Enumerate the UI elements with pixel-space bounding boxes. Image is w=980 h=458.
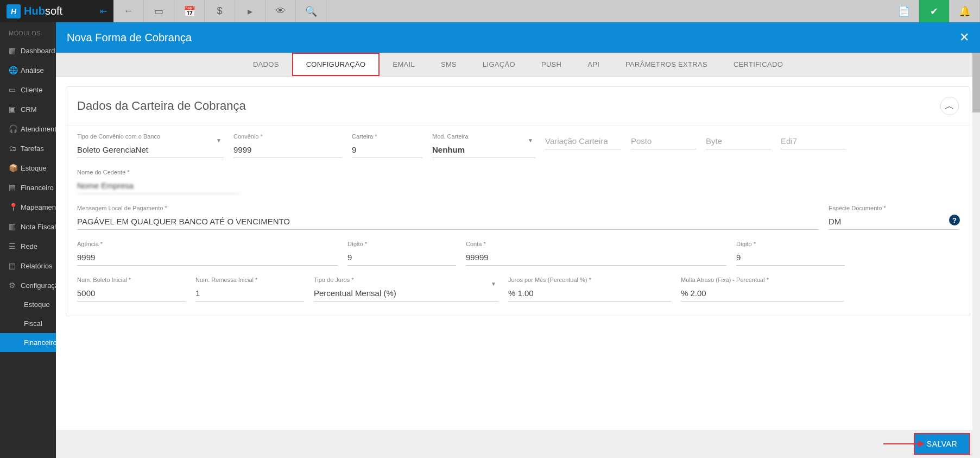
juros-mes-label: Juros por Mês (Percentual %) * [508,277,671,283]
msg-local-input[interactable] [77,214,819,230]
juros-mes-input[interactable] [508,285,671,302]
check-icon[interactable]: ✔ [919,0,950,22]
sidebar-item-label: Relatórios [21,262,53,270]
agencia-input[interactable] [77,249,338,266]
mod-carteira-select[interactable] [432,142,535,158]
convenio-input[interactable] [233,142,342,158]
sidebar-item-label: Análise [21,66,44,74]
especie-label: Espécie Documento * [829,205,959,211]
msg-local-label: Mensagem Local de Pagamento * [77,205,819,211]
modal-footer: SALVAR [56,430,980,458]
logo-text-b: Hub [24,5,45,17]
tipo-juros-select[interactable] [314,285,498,302]
contact-icon[interactable]: ▭ [144,0,174,22]
logo-icon: H [7,4,21,18]
edi7-input[interactable] [781,133,846,149]
doc-icon: ▥ [9,222,21,231]
tipo-convenio-select[interactable] [77,142,224,158]
logo-area: H Hubsoft ⇤ [0,0,113,22]
sidebar-item-label: Dashboard [21,47,55,55]
num-boleto-input[interactable] [77,285,186,302]
panel-collapse-button[interactable]: ︿ [940,97,959,115]
digito1-label: Dígito * [347,241,456,247]
especie-input[interactable] [829,214,959,230]
digito1-input[interactable] [347,249,456,266]
pdf-icon[interactable]: 📄 [889,0,919,22]
modal: Nova Forma de Cobrança ✕ DADOS CONFIGURA… [56,22,980,458]
num-remessa-label: Num. Remessa Inicial * [195,277,304,283]
money-icon: ▤ [9,183,21,192]
tab-dados[interactable]: DADOS [240,53,292,76]
agencia-label: Agência * [77,241,338,247]
topbar: ← ▭ 📅 $ ▸ 👁 🔍 📄 ✔ 🔔 [113,0,980,22]
mod-carteira-label: Mod. Carteira [432,133,535,140]
sidebar-item-label: Estoque [21,164,47,172]
carteira-label: Carteira * [352,133,422,140]
report-icon: ▤ [9,261,21,270]
dollar-icon[interactable]: $ [205,0,235,22]
tab-bar: DADOS CONFIGURAÇÃO EMAIL SMS LIGAÇÃO PUS… [56,53,980,77]
conta-input[interactable] [466,249,726,266]
multa-label: Multa Atraso (Fixa) - Percentual * [681,277,844,283]
sidebar-item-label: Rede [21,242,37,250]
variacao-input[interactable] [545,133,621,149]
globe-icon: 🌐 [9,66,21,74]
close-icon[interactable]: ✕ [959,30,969,45]
posto-input[interactable] [631,133,696,149]
popup-icon[interactable]: ▸ [235,0,265,22]
search-icon[interactable]: 🔍 [296,0,326,22]
sidebar-item-label: CRM [21,105,37,114]
gear-icon: ⚙ [9,281,21,290]
scrollbar-thumb[interactable] [972,53,980,112]
sidebar-item-label: Nota Fiscal [21,223,56,231]
tab-api[interactable]: API [574,53,612,76]
panel-carteira: Dados da Carteira de Cobrança ︿ Tipo de … [66,86,970,316]
save-button[interactable]: SALVAR [914,433,970,455]
nome-cedente-input[interactable] [77,178,240,194]
dashboard-icon: ▦ [9,46,21,55]
sidebar-item-label: Cliente [21,86,42,94]
num-boleto-label: Num. Boleto Inicial * [77,277,186,283]
tab-configuracao[interactable]: CONFIGURAÇÃO [292,53,380,76]
calendar-icon[interactable]: 📅 [174,0,205,22]
num-remessa-input[interactable] [195,285,304,302]
multa-input[interactable] [681,285,844,302]
nome-cedente-label: Nome do Cedente * [77,169,240,175]
tab-sms[interactable]: SMS [428,53,470,76]
scrollbar[interactable] [972,53,980,458]
crm-icon: ▣ [9,105,21,114]
tab-push[interactable]: PUSH [528,53,574,76]
tipo-juros-label: Tipo de Juros * [314,277,498,283]
sidebar-item-label: Tarefas [21,145,44,153]
bell-icon[interactable]: 🔔 [950,0,980,22]
sidebar-collapse-icon[interactable]: ⇤ [100,6,107,16]
card-icon: ▭ [9,85,21,94]
tasks-icon: 🗂 [9,144,21,153]
panel-body: Tipo de Convênio com o Banco ▼ Convênio … [66,126,970,316]
modal-header: Nova Forma de Cobrança ✕ [56,22,980,53]
tab-certificado[interactable]: CERTIFICADO [720,53,796,76]
logo-text: Hubsoft [24,5,62,17]
box-icon: 📦 [9,164,21,172]
modal-title: Nova Forma de Cobrança [67,32,192,44]
back-button[interactable]: ← [113,0,144,22]
topbar-spacer [326,0,889,22]
digito2-label: Dígito * [736,241,845,247]
sidebar-item-label: Atendimento [21,125,60,133]
sidebar-item-label: Financeiro [21,184,54,192]
carteira-input[interactable] [352,142,422,158]
logo-text-a: soft [45,5,62,17]
tipo-convenio-label: Tipo de Convênio com o Banco [77,133,224,140]
network-icon: ☰ [9,242,21,250]
eye-icon[interactable]: 👁 [265,0,296,22]
tab-email[interactable]: EMAIL [380,53,428,76]
convenio-label: Convênio * [233,133,342,140]
byte-input[interactable] [706,133,771,149]
modal-body: Dados da Carteira de Cobrança ︿ Tipo de … [56,77,980,430]
panel-title: Dados da Carteira de Cobrança [77,99,246,113]
map-pin-icon: 📍 [9,203,21,211]
help-icon[interactable]: ? [949,215,960,225]
digito2-input[interactable] [736,249,845,266]
tab-parametros[interactable]: PARÂMETROS EXTRAS [612,53,720,76]
tab-ligacao[interactable]: LIGAÇÃO [470,53,528,76]
